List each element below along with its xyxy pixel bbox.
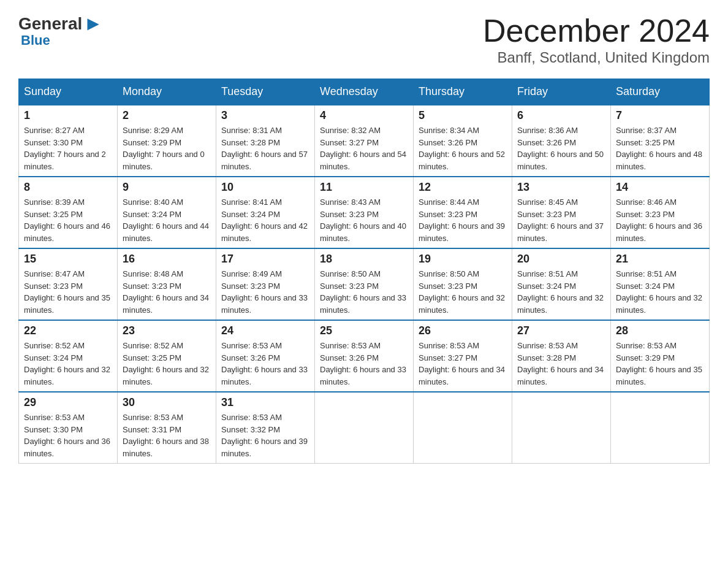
day-info: Sunrise: 8:29 AMSunset: 3:29 PMDaylight:… [123, 124, 211, 172]
day-number: 13 [517, 181, 605, 194]
day-info: Sunrise: 8:44 AMSunset: 3:23 PMDaylight:… [419, 196, 507, 244]
calendar-cell: 21Sunrise: 8:51 AMSunset: 3:24 PMDayligh… [611, 248, 710, 320]
day-info: Sunrise: 8:50 AMSunset: 3:23 PMDaylight:… [320, 268, 408, 316]
calendar-cell: 17Sunrise: 8:49 AMSunset: 3:23 PMDayligh… [216, 248, 315, 320]
calendar-cell [315, 392, 414, 464]
logo-blue-text: Blue [21, 33, 50, 48]
day-info: Sunrise: 8:53 AMSunset: 3:26 PMDaylight:… [221, 340, 309, 388]
calendar-cell: 15Sunrise: 8:47 AMSunset: 3:23 PMDayligh… [19, 248, 118, 320]
calendar-cell: 26Sunrise: 8:53 AMSunset: 3:27 PMDayligh… [414, 320, 512, 392]
day-number: 8 [24, 181, 112, 194]
day-info: Sunrise: 8:49 AMSunset: 3:23 PMDaylight:… [221, 268, 309, 316]
calendar-cell: 29Sunrise: 8:53 AMSunset: 3:30 PMDayligh… [19, 392, 118, 464]
day-info: Sunrise: 8:53 AMSunset: 3:28 PMDaylight:… [517, 340, 605, 388]
calendar-cell: 9Sunrise: 8:40 AMSunset: 3:24 PMDaylight… [118, 177, 216, 248]
day-info: Sunrise: 8:53 AMSunset: 3:32 PMDaylight:… [221, 412, 309, 459]
calendar-cell: 20Sunrise: 8:51 AMSunset: 3:24 PMDayligh… [512, 248, 611, 320]
calendar-cell [414, 392, 512, 464]
day-info: Sunrise: 8:53 AMSunset: 3:31 PMDaylight:… [123, 412, 211, 459]
day-info: Sunrise: 8:53 AMSunset: 3:30 PMDaylight:… [24, 412, 112, 459]
day-info: Sunrise: 8:52 AMSunset: 3:24 PMDaylight:… [24, 340, 112, 388]
calendar-cell: 28Sunrise: 8:53 AMSunset: 3:29 PMDayligh… [611, 320, 710, 392]
day-info: Sunrise: 8:34 AMSunset: 3:26 PMDaylight:… [419, 124, 507, 172]
calendar-table: SundayMondayTuesdayWednesdayThursdayFrid… [18, 79, 710, 464]
calendar-cell: 16Sunrise: 8:48 AMSunset: 3:23 PMDayligh… [118, 248, 216, 320]
calendar-header-friday: Friday [512, 79, 611, 105]
calendar-header-monday: Monday [118, 79, 216, 105]
day-number: 4 [320, 109, 408, 122]
day-info: Sunrise: 8:41 AMSunset: 3:24 PMDaylight:… [221, 196, 309, 244]
day-number: 20 [517, 253, 605, 266]
day-number: 17 [221, 253, 309, 266]
calendar-cell: 3Sunrise: 8:31 AMSunset: 3:28 PMDaylight… [216, 105, 315, 177]
day-number: 12 [419, 181, 507, 194]
day-number: 25 [320, 324, 408, 337]
day-info: Sunrise: 8:53 AMSunset: 3:27 PMDaylight:… [419, 340, 507, 388]
day-number: 10 [221, 181, 309, 194]
month-title: December 2024 [483, 12, 710, 49]
calendar-cell: 18Sunrise: 8:50 AMSunset: 3:23 PMDayligh… [315, 248, 414, 320]
logo-general-text: General [18, 14, 82, 34]
day-number: 2 [123, 109, 211, 122]
calendar-cell: 27Sunrise: 8:53 AMSunset: 3:28 PMDayligh… [512, 320, 611, 392]
calendar-week-row: 8Sunrise: 8:39 AMSunset: 3:25 PMDaylight… [19, 177, 710, 248]
calendar-cell: 19Sunrise: 8:50 AMSunset: 3:23 PMDayligh… [414, 248, 512, 320]
day-number: 15 [24, 253, 112, 266]
calendar-cell: 2Sunrise: 8:29 AMSunset: 3:29 PMDaylight… [118, 105, 216, 177]
day-number: 5 [419, 109, 507, 122]
day-info: Sunrise: 8:51 AMSunset: 3:24 PMDaylight:… [616, 268, 704, 316]
day-number: 26 [419, 324, 507, 337]
day-info: Sunrise: 8:53 AMSunset: 3:26 PMDaylight:… [320, 340, 408, 388]
day-number: 11 [320, 181, 408, 194]
day-info: Sunrise: 8:36 AMSunset: 3:26 PMDaylight:… [517, 124, 605, 172]
calendar-cell: 10Sunrise: 8:41 AMSunset: 3:24 PMDayligh… [216, 177, 315, 248]
day-number: 14 [616, 181, 704, 194]
day-info: Sunrise: 8:47 AMSunset: 3:23 PMDaylight:… [24, 268, 112, 316]
day-info: Sunrise: 8:27 AMSunset: 3:30 PMDaylight:… [24, 124, 112, 172]
calendar-cell [512, 392, 611, 464]
day-info: Sunrise: 8:39 AMSunset: 3:25 PMDaylight:… [24, 196, 112, 244]
day-number: 29 [24, 396, 112, 409]
day-number: 16 [123, 253, 211, 266]
calendar-cell: 4Sunrise: 8:32 AMSunset: 3:27 PMDaylight… [315, 105, 414, 177]
calendar-cell: 12Sunrise: 8:44 AMSunset: 3:23 PMDayligh… [414, 177, 512, 248]
calendar-body: 1Sunrise: 8:27 AMSunset: 3:30 PMDaylight… [19, 105, 710, 464]
day-info: Sunrise: 8:50 AMSunset: 3:23 PMDaylight:… [419, 268, 507, 316]
calendar-cell: 14Sunrise: 8:46 AMSunset: 3:23 PMDayligh… [611, 177, 710, 248]
day-info: Sunrise: 8:43 AMSunset: 3:23 PMDaylight:… [320, 196, 408, 244]
day-number: 9 [123, 181, 211, 194]
calendar-cell: 22Sunrise: 8:52 AMSunset: 3:24 PMDayligh… [19, 320, 118, 392]
day-number: 1 [24, 109, 112, 122]
calendar-cell: 7Sunrise: 8:37 AMSunset: 3:25 PMDaylight… [611, 105, 710, 177]
calendar-week-row: 22Sunrise: 8:52 AMSunset: 3:24 PMDayligh… [19, 320, 710, 392]
day-number: 24 [221, 324, 309, 337]
day-info: Sunrise: 8:51 AMSunset: 3:24 PMDaylight:… [517, 268, 605, 316]
calendar-cell: 24Sunrise: 8:53 AMSunset: 3:26 PMDayligh… [216, 320, 315, 392]
day-number: 31 [221, 396, 309, 409]
calendar-cell: 23Sunrise: 8:52 AMSunset: 3:25 PMDayligh… [118, 320, 216, 392]
logo-arrow-icon: ► [83, 12, 103, 35]
day-info: Sunrise: 8:37 AMSunset: 3:25 PMDaylight:… [616, 124, 704, 172]
calendar-cell: 30Sunrise: 8:53 AMSunset: 3:31 PMDayligh… [118, 392, 216, 464]
day-info: Sunrise: 8:40 AMSunset: 3:24 PMDaylight:… [123, 196, 211, 244]
calendar-week-row: 29Sunrise: 8:53 AMSunset: 3:30 PMDayligh… [19, 392, 710, 464]
location: Banff, Scotland, United Kingdom [483, 49, 710, 66]
day-number: 18 [320, 253, 408, 266]
day-number: 28 [616, 324, 704, 337]
calendar-header-saturday: Saturday [611, 79, 710, 105]
calendar-week-row: 1Sunrise: 8:27 AMSunset: 3:30 PMDaylight… [19, 105, 710, 177]
calendar-header-row: SundayMondayTuesdayWednesdayThursdayFrid… [19, 79, 710, 105]
calendar-cell [611, 392, 710, 464]
day-info: Sunrise: 8:46 AMSunset: 3:23 PMDaylight:… [616, 196, 704, 244]
day-number: 21 [616, 253, 704, 266]
title-section: December 2024 Banff, Scotland, United Ki… [483, 12, 710, 66]
logo: General ► Blue [18, 12, 104, 48]
day-info: Sunrise: 8:52 AMSunset: 3:25 PMDaylight:… [123, 340, 211, 388]
calendar-cell: 8Sunrise: 8:39 AMSunset: 3:25 PMDaylight… [19, 177, 118, 248]
day-info: Sunrise: 8:32 AMSunset: 3:27 PMDaylight:… [320, 124, 408, 172]
day-number: 23 [123, 324, 211, 337]
day-number: 19 [419, 253, 507, 266]
day-number: 27 [517, 324, 605, 337]
day-info: Sunrise: 8:48 AMSunset: 3:23 PMDaylight:… [123, 268, 211, 316]
page-header: General ► Blue December 2024 Banff, Scot… [18, 12, 710, 66]
